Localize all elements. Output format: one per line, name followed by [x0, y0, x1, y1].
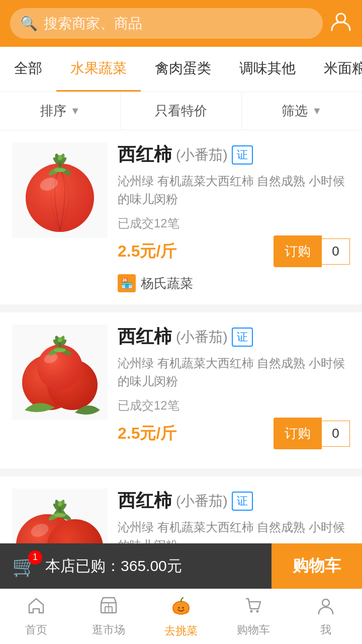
cart-button[interactable]: 购物车 — [272, 543, 362, 589]
nav-pick-label: 去挑菜 — [164, 623, 198, 638]
nav-market[interactable]: 逛市场 — [72, 589, 145, 644]
cat-all[interactable]: 全部 — [0, 47, 56, 92]
cart-amount: 本店已购：365.00元 — [45, 556, 182, 577]
svg-point-50 — [250, 610, 253, 613]
cart-icon-wrap: 🛒 1 — [12, 554, 37, 578]
me-icon — [316, 596, 335, 619]
product-price-1: 2.5元/斤 — [118, 240, 176, 263]
svg-point-28 — [54, 348, 66, 352]
order-qty-1: 0 — [322, 238, 350, 265]
special-price-filter[interactable]: 只看特价 — [121, 92, 241, 130]
svg-point-0 — [336, 14, 345, 23]
product-name-1: 西红柿 — [118, 142, 172, 167]
product-price-2: 2.5元/斤 — [118, 423, 176, 445]
nav-pick[interactable]: 去挑菜 — [145, 589, 217, 644]
product-sub-1: (小番茄) — [176, 145, 228, 165]
product-sold-1: 已成交12笔 — [118, 215, 350, 231]
search-bar[interactable]: 🔍 — [10, 8, 323, 39]
product-name-3: 西红柿 — [118, 489, 172, 513]
filter-arrow-icon: ▼ — [312, 105, 322, 117]
nav-home-label: 首页 — [25, 622, 47, 637]
order-group-1: 订购 0 — [274, 235, 350, 267]
search-icon: 🔍 — [20, 15, 38, 32]
nav-me-label: 我 — [320, 622, 331, 637]
filter-filter[interactable]: 筛选 ▼ — [242, 92, 362, 130]
product-card-1: 西红柿 (小番茄) 证 沁州绿 有机蔬菜大西红柿 自然成熟 小时候的味儿闵粉 已… — [0, 130, 362, 304]
pick-icon — [170, 595, 192, 620]
product-info-1: 西红柿 (小番茄) 证 沁州绿 有机蔬菜大西红柿 自然成熟 小时候的味儿闵粉 已… — [118, 142, 350, 292]
cat-fruit-veg[interactable]: 水果蔬菜 — [56, 47, 141, 92]
nav-home[interactable]: 首页 — [0, 589, 72, 644]
product-image-2 — [12, 325, 108, 420]
cart-info: 🛒 1 本店已购：365.00元 — [0, 543, 272, 589]
sort-filter[interactable]: 排序 ▼ — [0, 92, 121, 130]
svg-point-51 — [256, 610, 259, 613]
svg-point-52 — [322, 599, 329, 606]
nav-me[interactable]: 我 — [290, 589, 362, 644]
product-sold-2: 已成交12笔 — [118, 397, 350, 414]
order-group-2: 订购 0 — [274, 418, 350, 449]
product-info-2: 西红柿 (小番茄) 证 沁州绿 有机蔬菜大西红柿 自然成熟 小时候的味儿闵粉 已… — [118, 325, 350, 456]
sort-arrow-icon: ▼ — [70, 105, 80, 117]
header: 🔍 — [0, 0, 362, 47]
cert-badge-1: 证 — [232, 145, 253, 165]
nav-cart[interactable]: 购物车 — [217, 589, 290, 644]
product-sub-2: (小番茄) — [176, 328, 228, 347]
store-icon-1: 🏪 — [118, 274, 136, 292]
filter-bar: 排序 ▼ 只看特价 筛选 ▼ — [0, 92, 362, 130]
user-icon[interactable] — [330, 10, 352, 37]
product-desc-2: 沁州绿 有机蔬菜大西红柿 自然成熟 小时候的味儿闵粉 — [118, 354, 350, 390]
home-icon — [27, 596, 46, 619]
cart-nav-icon — [244, 596, 263, 619]
product-sub-3: (小番茄) — [176, 492, 228, 511]
cert-badge-3: 证 — [232, 492, 253, 511]
cat-grain[interactable]: 米面粮油 — [310, 47, 362, 92]
order-button-1[interactable]: 订购 — [274, 235, 322, 267]
product-desc-1: 沁州绿 有机蔬菜大西红柿 自然成熟 小时候的味儿闵粉 — [118, 172, 350, 208]
store-name-1: 杨氏蔬菜 — [141, 275, 193, 292]
cart-bar: 🛒 1 本店已购：365.00元 购物车 — [0, 543, 362, 589]
nav-market-label: 逛市场 — [92, 622, 125, 637]
category-tabs: 全部 水果蔬菜 禽肉蛋类 调味其他 米面粮油 — [0, 47, 362, 92]
search-input[interactable] — [44, 16, 313, 32]
product-card-2: 西红柿 (小番茄) 证 沁州绿 有机蔬菜大西红柿 自然成熟 小时候的味儿闵粉 已… — [0, 312, 362, 468]
cert-badge-2: 证 — [232, 328, 253, 347]
nav-cart-label: 购物车 — [237, 622, 270, 637]
cat-seasoning[interactable]: 调味其他 — [225, 47, 310, 92]
cart-badge: 1 — [28, 550, 42, 565]
order-button-2[interactable]: 订购 — [274, 418, 322, 449]
product-image-1 — [12, 142, 108, 238]
market-icon — [99, 596, 118, 619]
cat-meat-egg[interactable]: 禽肉蛋类 — [141, 47, 225, 92]
svg-point-12 — [54, 168, 66, 172]
svg-point-7 — [26, 164, 94, 232]
svg-point-42 — [54, 513, 66, 517]
order-qty-2: 0 — [322, 421, 350, 447]
product-name-2: 西红柿 — [118, 325, 172, 349]
bottom-nav: 首页 逛市场 — [0, 589, 362, 644]
store-row-1: 🏪 杨氏蔬菜 — [118, 274, 350, 292]
